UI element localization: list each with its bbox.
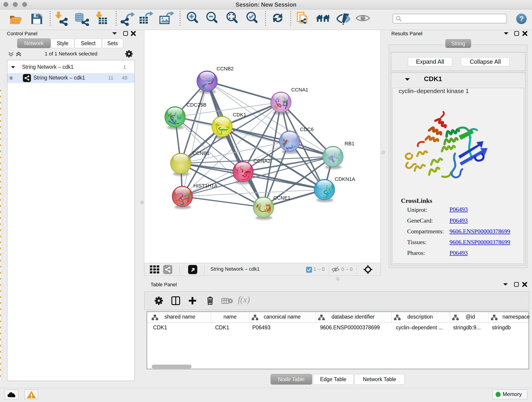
svg-text:CCNE1: CCNE1 (273, 195, 291, 201)
svg-text:CCNA1: CCNA1 (291, 87, 308, 93)
svg-text:CCNB1: CCNB1 (192, 150, 210, 156)
svg-text:CCNB2: CCNB2 (216, 66, 234, 71)
svg-text:CDC6: CDC6 (300, 127, 314, 132)
svg-text:CCNA2: CCNA2 (253, 158, 271, 164)
svg-text:CDK1: CDK1 (233, 112, 246, 118)
svg-text:CDC25B: CDC25B (186, 102, 206, 108)
svg-text:CDKN1A: CDKN1A (335, 176, 355, 182)
svg-text:HIST1H1A: HIST1H1A (193, 183, 217, 189)
svg-text:?: ? (519, 15, 524, 23)
svg-text:RB1: RB1 (345, 141, 355, 147)
